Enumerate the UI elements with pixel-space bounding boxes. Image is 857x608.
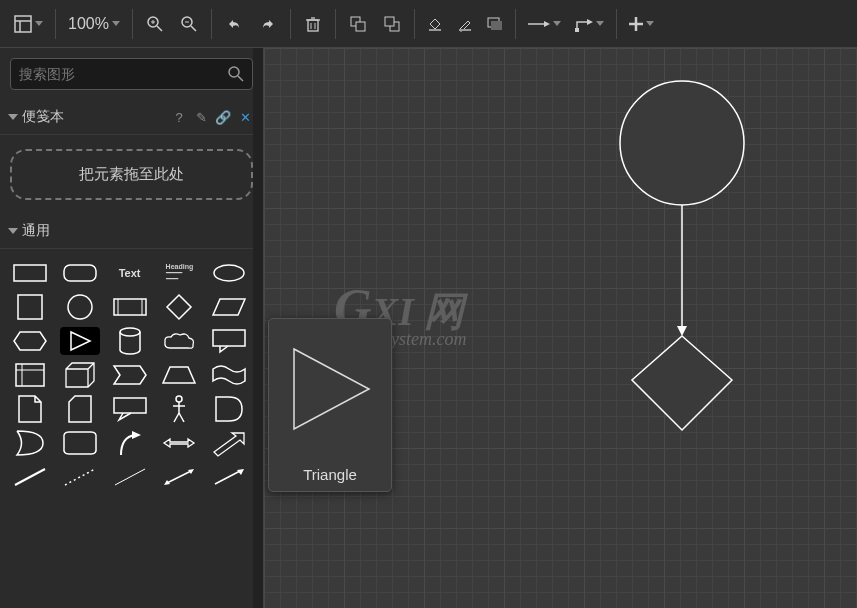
waypoints-dropdown[interactable] <box>569 8 610 40</box>
shape-diamond[interactable] <box>159 293 199 321</box>
scratchpad-title: 便笺本 <box>22 108 64 126</box>
svg-rect-0 <box>15 16 31 32</box>
svg-point-31 <box>214 265 244 281</box>
shape-rounded-rect[interactable] <box>60 259 100 287</box>
insert-dropdown[interactable] <box>623 8 660 40</box>
shape-datastore[interactable] <box>60 429 100 457</box>
svg-line-48 <box>15 469 45 485</box>
collapse-icon <box>8 228 18 234</box>
svg-rect-38 <box>213 330 245 346</box>
diagram-diamond[interactable] <box>632 336 732 430</box>
shape-card[interactable] <box>60 395 100 423</box>
svg-rect-34 <box>114 299 146 315</box>
to-front-button[interactable] <box>342 8 374 40</box>
shape-step[interactable] <box>110 361 150 389</box>
close-icon[interactable]: ✕ <box>237 109 253 125</box>
zoom-dropdown[interactable]: 100% <box>62 8 126 40</box>
shape-circle[interactable] <box>60 293 100 321</box>
chevron-down-icon <box>112 21 120 26</box>
shape-preview-tooltip: Triangle <box>268 318 392 492</box>
scratchpad-dropzone[interactable]: 把元素拖至此处 <box>10 149 253 200</box>
general-header[interactable]: 通用 <box>0 214 263 249</box>
diagram-canvas[interactable]: GXI 网 system.com Triangle <box>264 48 857 608</box>
chevron-down-icon <box>646 21 654 26</box>
arrowhead-icon <box>677 326 687 336</box>
svg-line-4 <box>157 26 162 31</box>
general-title: 通用 <box>22 222 50 240</box>
svg-line-52 <box>215 471 240 484</box>
help-icon[interactable]: ? <box>171 109 187 125</box>
zoom-in-button[interactable] <box>139 8 171 40</box>
search-icon <box>228 66 244 82</box>
shape-callout[interactable] <box>209 327 249 355</box>
fill-icon <box>427 16 443 32</box>
shape-line-dashed[interactable] <box>60 463 100 491</box>
shape-curve-arrow[interactable] <box>110 429 150 457</box>
shape-internal-storage[interactable] <box>10 361 50 389</box>
shape-arrow[interactable] <box>209 429 249 457</box>
shape-line-solid[interactable] <box>10 463 50 491</box>
sidebar: 便笺本 ? ✎ 🔗 ✕ 把元素拖至此处 通用 Text Heading━━━━━… <box>0 48 264 608</box>
shape-square[interactable] <box>10 293 50 321</box>
shape-hexagon[interactable] <box>10 327 50 355</box>
svg-line-50 <box>115 469 145 485</box>
scratchpad-header[interactable]: 便笺本 ? ✎ 🔗 ✕ <box>0 100 263 135</box>
diagram-circle[interactable] <box>620 81 744 205</box>
to-back-icon <box>384 16 400 32</box>
svg-rect-22 <box>491 21 502 30</box>
to-back-button[interactable] <box>376 8 408 40</box>
shape-and[interactable] <box>209 395 249 423</box>
shape-bidir-arrow[interactable] <box>159 429 199 457</box>
connection-dropdown[interactable] <box>522 8 567 40</box>
shape-line-thin[interactable] <box>110 463 150 491</box>
undo-button[interactable] <box>218 8 250 40</box>
svg-line-46 <box>174 413 179 422</box>
svg-rect-18 <box>385 17 394 26</box>
shape-heading[interactable]: Heading━━━━━━━ <box>159 259 199 287</box>
preview-label: Triangle <box>269 466 391 483</box>
arrow-icon <box>528 19 550 29</box>
line-color-dropdown[interactable] <box>451 8 479 40</box>
shape-cube[interactable] <box>60 361 100 389</box>
shape-callout2[interactable] <box>110 395 150 423</box>
svg-rect-42 <box>114 398 146 413</box>
shape-actor[interactable] <box>159 395 199 423</box>
shape-process[interactable] <box>110 293 150 321</box>
shape-bidir-line[interactable] <box>159 463 199 491</box>
shape-ellipse[interactable] <box>209 259 249 287</box>
shape-trapezoid[interactable] <box>159 361 199 389</box>
edit-icon[interactable]: ✎ <box>193 109 209 125</box>
shape-parallelogram[interactable] <box>209 293 249 321</box>
svg-line-47 <box>179 413 184 422</box>
shape-cylinder[interactable] <box>110 327 150 355</box>
shape-note[interactable] <box>10 395 50 423</box>
svg-rect-39 <box>16 364 44 386</box>
redo-button[interactable] <box>252 8 284 40</box>
collapse-icon <box>8 114 18 120</box>
search-field[interactable] <box>19 66 228 82</box>
chevron-down-icon <box>35 21 43 26</box>
svg-point-33 <box>68 295 92 319</box>
search-shapes-input[interactable] <box>10 58 253 90</box>
svg-rect-29 <box>14 265 46 281</box>
shape-dir-line[interactable] <box>209 463 249 491</box>
shape-cloud[interactable] <box>159 327 199 355</box>
zoom-out-button[interactable] <box>173 8 205 40</box>
fill-color-dropdown[interactable] <box>421 8 449 40</box>
shape-text[interactable]: Text <box>110 259 150 287</box>
shape-tape[interactable] <box>209 361 249 389</box>
svg-rect-30 <box>64 265 96 281</box>
svg-line-8 <box>191 26 196 31</box>
svg-rect-32 <box>18 295 42 319</box>
pencil-icon <box>457 16 473 32</box>
shadow-dropdown[interactable] <box>481 8 509 40</box>
svg-point-43 <box>176 396 182 402</box>
shape-rectangle[interactable] <box>10 259 50 287</box>
shape-or[interactable] <box>10 429 50 457</box>
shape-triangle[interactable] <box>60 327 100 355</box>
delete-button[interactable] <box>297 8 329 40</box>
view-layout-dropdown[interactable] <box>8 8 49 40</box>
chevron-down-icon <box>596 21 604 26</box>
scrollbar[interactable] <box>253 48 263 608</box>
link-icon[interactable]: 🔗 <box>215 109 231 125</box>
